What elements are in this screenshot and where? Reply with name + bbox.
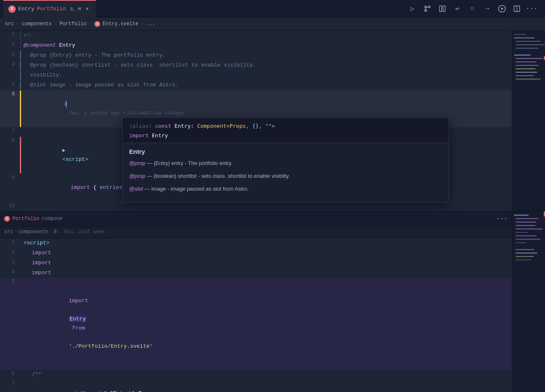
line-content-2: @component Entry <box>22 41 512 50</box>
tab-entry[interactable]: S Entry Portfolio 3, M × <box>3 0 96 17</box>
bottom-line-content-7: * @typedef {Object} Props <box>22 380 512 392</box>
svg-rect-19 <box>516 72 537 73</box>
svg-rect-21 <box>516 79 540 79</box>
line-content-10: import <box>22 202 512 211</box>
top-panel: 1 <!— 2 @component Entry 3 @prop {Entry}… <box>0 31 512 211</box>
svg-rect-34 <box>516 256 534 257</box>
back-icon[interactable]: ↩ <box>451 2 464 15</box>
popup-slot1: @slot — image - image passed as slot fro… <box>129 185 442 194</box>
tab-file-icon: S <box>8 5 16 13</box>
svg-rect-35 <box>516 260 531 261</box>
bottom-panel-file-icon: S <box>4 216 10 222</box>
play-circle-icon[interactable] <box>495 2 509 15</box>
svg-rect-20 <box>516 75 534 76</box>
bottom-line-num-1: 1 <box>0 239 20 245</box>
layout-icon[interactable] <box>510 2 523 15</box>
breadcrumb-ellipsis[interactable]: ... <box>146 21 156 27</box>
git-indicator-6 <box>20 91 21 127</box>
more-icon[interactable]: ··· <box>525 2 538 15</box>
bottom-line-num-3: 3 <box>0 258 20 265</box>
svg-rect-27 <box>516 229 543 229</box>
line-content-3: @prop {Entry} entry - The portfolio entr… <box>22 51 512 60</box>
indent-guide-5 <box>20 81 21 90</box>
bottom-panel: S Portfolio compone ··· src › components… <box>0 211 512 392</box>
bottom-code-content[interactable]: 1 <script> 2 import 3 import <box>0 238 512 392</box>
line-5: 5 @slot image - image passed as slot fro… <box>0 80 512 90</box>
blame-text-6: You, 1 second ago • Uncommitted changes <box>62 110 185 116</box>
bottom-line-4: 4 import <box>0 268 512 278</box>
editor-area: 1 <!— 2 @component Entry 3 @prop {Entry}… <box>0 31 545 392</box>
breadcrumb-sep4: › <box>141 21 144 27</box>
svg-point-1 <box>428 6 430 8</box>
circle-icon[interactable]: ○ <box>466 2 479 15</box>
line-10: 10 import <box>0 202 512 211</box>
breadcrumb-components[interactable]: components <box>22 21 52 27</box>
svg-rect-4 <box>443 6 445 12</box>
split-icon[interactable] <box>436 2 449 15</box>
bottom-line-num-4: 4 <box>0 268 20 275</box>
line-num-4b <box>0 71 20 71</box>
line-num-6: 6 <box>0 91 20 97</box>
run-icon[interactable]: ▷ <box>406 2 419 15</box>
bottom-panel-breadcrumb: src › components › 8 You, last week <box>0 227 512 238</box>
svg-rect-28 <box>516 232 528 233</box>
breadcrumb-file[interactable]: Entry.svelte <box>103 21 138 27</box>
bottom-line-num-5: 5 <box>0 278 20 285</box>
bottom-blame: You, last week <box>63 229 105 235</box>
indent-guide-4b <box>20 71 21 80</box>
tab-close-button[interactable]: × <box>84 5 91 13</box>
bottom-ig-5 <box>20 278 21 369</box>
bottom-breadcrumb-src: src <box>4 229 13 235</box>
branch-icon[interactable] <box>421 2 434 15</box>
svg-rect-16 <box>516 62 536 62</box>
bottom-breadcrumb-num: 8 <box>54 229 57 235</box>
line-num-9: 9 <box>0 174 20 181</box>
breadcrumb-sep2: › <box>54 21 57 27</box>
arrow-icon[interactable]: → <box>480 2 494 15</box>
bottom-line-content-6: /** <box>22 370 512 379</box>
line-3: 3 @prop {Entry} entry - The portfolio en… <box>0 50 512 60</box>
bottom-breadcrumb-components: components <box>19 229 48 235</box>
bottom-panel-title: Portfolio <box>12 216 39 222</box>
svg-rect-29 <box>516 235 536 236</box>
minimap-top <box>512 31 545 211</box>
indent-guide-7 <box>20 128 21 136</box>
svg-rect-11 <box>516 41 540 42</box>
svg-rect-31 <box>516 242 526 243</box>
svg-rect-9 <box>514 34 526 35</box>
bottom-line-content-1: <script> <box>22 239 512 248</box>
bottom-line-num-6: 6 <box>0 370 20 377</box>
svg-rect-33 <box>516 253 537 253</box>
bottom-line-content-5: import Entry from './Portfolio/Entry.sve… <box>22 278 512 369</box>
indent-guide-1 <box>20 31 21 40</box>
indent-guide-8 <box>20 137 21 173</box>
bottom-ig-2 <box>20 249 21 258</box>
svg-rect-3 <box>439 6 442 12</box>
svg-rect-12 <box>516 44 545 45</box>
minimap-top-svg <box>512 31 545 211</box>
bottom-ig-7 <box>20 380 21 392</box>
breadcrumb-bar: src › components › Portfolio › S Entry.s… <box>0 17 545 31</box>
svg-rect-32 <box>516 249 534 250</box>
breadcrumb-src[interactable]: src <box>5 21 14 27</box>
indent-guide-4 <box>20 61 21 70</box>
tab-badge: 3, M <box>70 7 81 12</box>
indent-guide-10 <box>20 202 21 211</box>
tab-bar: S Entry Portfolio 3, M × ▷ ↩ ○ → <box>0 0 545 17</box>
svg-rect-23 <box>514 215 528 215</box>
line-num-3: 3 <box>0 51 20 57</box>
svg-rect-25 <box>516 222 536 222</box>
minimap <box>512 31 545 392</box>
breadcrumb-portfolio[interactable]: Portfolio <box>60 21 86 27</box>
top-code-content[interactable]: 1 <!— 2 @component Entry 3 @prop {Entry}… <box>0 31 512 211</box>
bottom-bc-sep2: › <box>50 229 53 235</box>
bottom-bc-sep1: › <box>14 229 17 235</box>
bottom-line-2: 2 import <box>0 248 512 258</box>
bottom-line-content-4: import <box>22 268 512 277</box>
bottom-line-num-7: 7 <box>0 380 20 387</box>
hover-popup-body: Entry @prop — {Entry} entry - The portfo… <box>122 143 449 202</box>
minimap-bottom-svg <box>512 211 545 392</box>
indent-guide-3 <box>20 51 21 60</box>
breadcrumb-sep3: › <box>89 21 92 27</box>
bottom-panel-more[interactable]: ··· <box>496 215 508 222</box>
